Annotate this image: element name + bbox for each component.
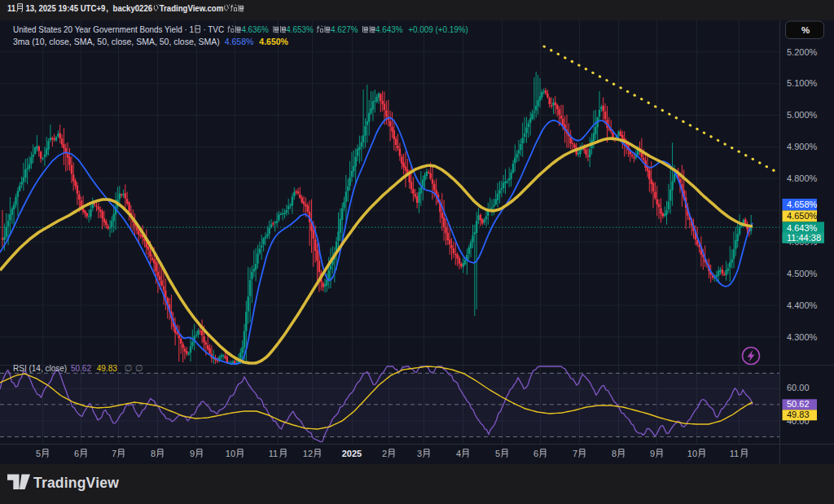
svg-text:TradingView: TradingView: [33, 475, 119, 491]
svg-text:11: 11: [730, 449, 739, 458]
svg-text:50.62: 50.62: [787, 399, 810, 409]
svg-text:4.400%: 4.400%: [787, 300, 818, 310]
svg-text:4.800%: 4.800%: [787, 173, 818, 183]
svg-text:10: 10: [687, 449, 697, 458]
svg-text:49.83: 49.83: [787, 410, 810, 419]
svg-text:4.500%: 4.500%: [787, 269, 818, 278]
svg-text:7: 7: [112, 449, 116, 458]
svg-text:3: 3: [417, 449, 422, 458]
svg-text:5.200%: 5.200%: [787, 47, 818, 57]
svg-text:%: %: [801, 25, 810, 35]
svg-text:60.00: 60.00: [787, 383, 810, 392]
svg-text:11: 11: [269, 449, 278, 458]
svg-text:12: 12: [303, 449, 313, 458]
svg-text:6: 6: [74, 449, 79, 458]
svg-text:4.900%: 4.900%: [787, 142, 818, 151]
svg-text:6: 6: [533, 449, 538, 458]
svg-text:5: 5: [495, 449, 500, 458]
svg-text:9: 9: [650, 449, 655, 458]
svg-text:4.650%: 4.650%: [787, 211, 818, 221]
svg-text:7: 7: [573, 449, 577, 458]
svg-text:4.300%: 4.300%: [787, 332, 818, 342]
svg-text:5.000%: 5.000%: [787, 110, 818, 120]
svg-text:4.643%: 4.643%: [787, 223, 818, 233]
svg-text:5.100%: 5.100%: [787, 78, 818, 88]
svg-text:8: 8: [612, 449, 617, 458]
svg-text:5: 5: [36, 449, 41, 458]
svg-text:4.658%: 4.658%: [787, 199, 818, 209]
svg-text:2: 2: [382, 449, 387, 458]
svg-text:11:44:38: 11:44:38: [787, 233, 821, 243]
svg-text:2025: 2025: [342, 449, 362, 458]
svg-text:4: 4: [456, 449, 461, 458]
svg-text:9: 9: [190, 449, 195, 458]
svg-text:8: 8: [151, 449, 156, 458]
svg-text:10: 10: [226, 449, 235, 458]
